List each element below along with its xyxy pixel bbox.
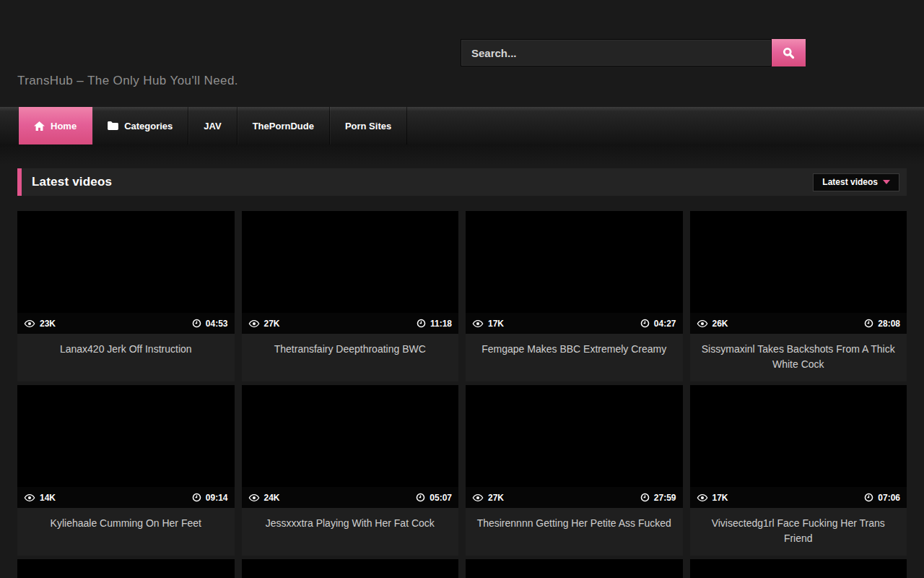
section-header: Latest videos Latest videos — [17, 168, 907, 196]
duration: 11:18 — [430, 319, 452, 329]
clock-icon — [864, 493, 873, 502]
video-meta-bar: 17K 07:06 — [690, 487, 907, 508]
views-group: 17K — [697, 493, 728, 503]
eye-icon — [24, 319, 35, 328]
video-thumbnail[interactable] — [17, 559, 235, 578]
video-thumbnail[interactable]: 23K 04:53 — [17, 211, 235, 334]
site-header: TransHub – The Only Hub You'll Need. — [0, 0, 924, 107]
section-title: Latest videos — [32, 175, 112, 189]
video-title[interactable]: Femgape Makes BBC Extremely Creamy — [466, 334, 683, 381]
view-count: 26K — [712, 319, 728, 329]
video-thumbnail[interactable]: 14K 09:14 — [17, 385, 235, 508]
next-row-thumbnails — [17, 559, 907, 578]
view-count: 14K — [40, 493, 56, 503]
video-title[interactable]: Sissymaxinl Takes Backshots From A Thick… — [690, 334, 907, 381]
duration-group: 07:06 — [864, 493, 900, 503]
views-group: 14K — [24, 493, 56, 503]
video-meta-bar: 17K 04:27 — [466, 313, 683, 334]
video-title[interactable]: Kyliehaale Cumming On Her Feet — [17, 508, 235, 556]
home-icon — [34, 121, 45, 131]
clock-icon — [192, 493, 201, 502]
video-card[interactable]: 17K 07:06 Vivisectedg1rl Face Fucking He… — [690, 385, 907, 556]
duration-group: 27:59 — [640, 493, 676, 503]
eye-icon — [472, 493, 484, 502]
video-thumbnail[interactable]: 17K 07:06 — [690, 385, 907, 508]
eye-icon — [248, 493, 260, 502]
video-title[interactable]: Jessxxxtra Playing With Her Fat Cock — [242, 508, 459, 556]
video-meta-bar: 24K 05:07 — [242, 487, 459, 508]
video-title[interactable]: Thesirennnn Getting Her Petite Ass Fucke… — [466, 508, 683, 556]
chevron-down-icon — [883, 180, 890, 184]
view-count: 23K — [40, 319, 56, 329]
video-thumbnail[interactable]: 24K 05:07 — [242, 385, 459, 508]
video-meta-bar: 27K 27:59 — [466, 487, 683, 508]
video-grid: 23K 04:53 Lanax420 Jerk Off Instruction — [17, 211, 907, 556]
duration-group: 04:27 — [640, 319, 676, 329]
view-count: 27K — [264, 319, 280, 329]
folder-icon — [108, 121, 118, 130]
video-card[interactable]: 17K 04:27 Femgape Makes BBC Extremely Cr… — [466, 211, 683, 381]
search-button[interactable] — [772, 39, 806, 66]
search-bar — [461, 39, 806, 66]
nav-item-label: JAV — [204, 121, 221, 131]
site-tagline: TransHub – The Only Hub You'll Need. — [17, 74, 238, 88]
duration: 07:06 — [878, 493, 900, 503]
search-input[interactable] — [461, 39, 772, 66]
nav-item-home[interactable]: Home — [19, 107, 92, 144]
clock-icon — [640, 493, 650, 502]
video-thumbnail[interactable]: 26K 28:08 — [690, 211, 907, 334]
duration: 04:27 — [654, 319, 676, 329]
nav-item-categories[interactable]: Categories — [92, 107, 188, 144]
sort-dropdown-label: Latest videos — [822, 177, 878, 187]
clock-icon — [192, 319, 201, 328]
nav-item-label: Porn Sites — [345, 121, 391, 131]
views-group: 27K — [248, 319, 280, 329]
eye-icon — [24, 493, 35, 502]
main-content: Latest videos Latest videos 23K — [0, 168, 924, 578]
sort-dropdown[interactable]: Latest videos — [813, 173, 899, 191]
view-count: 27K — [488, 493, 504, 503]
video-card[interactable]: 27K 27:59 Thesirennnn Getting Her Petite… — [466, 385, 683, 556]
video-title[interactable]: Thetransfairy Deepthroating BWC — [242, 334, 459, 381]
video-card[interactable]: 24K 05:07 Jessxxxtra Playing With Her Fa… — [242, 385, 459, 556]
duration: 05:07 — [430, 493, 452, 503]
video-card[interactable]: 27K 11:18 Thetransfairy Deepthroating BW… — [242, 211, 459, 381]
video-card[interactable]: 26K 28:08 Sissymaxinl Takes Backshots Fr… — [690, 211, 907, 381]
duration-group: 11:18 — [417, 319, 452, 329]
clock-icon — [864, 319, 873, 328]
duration: 04:53 — [206, 319, 228, 329]
video-thumbnail[interactable]: 17K 04:27 — [466, 211, 683, 334]
duration: 09:14 — [206, 493, 228, 503]
duration-group: 04:53 — [192, 319, 228, 329]
view-count: 24K — [264, 493, 280, 503]
eye-icon — [697, 493, 708, 502]
magnifier-icon — [783, 47, 795, 59]
nav-item-jav[interactable]: JAV — [188, 107, 237, 144]
video-meta-bar: 26K 28:08 — [690, 313, 907, 334]
eye-icon — [472, 319, 484, 328]
video-card[interactable]: 23K 04:53 Lanax420 Jerk Off Instruction — [17, 211, 235, 381]
video-thumbnail[interactable] — [242, 559, 459, 578]
clock-icon — [640, 319, 650, 328]
nav-shadow — [0, 144, 924, 165]
views-group: 27K — [472, 493, 504, 503]
video-thumbnail[interactable] — [690, 559, 907, 578]
clock-icon — [416, 493, 425, 502]
video-thumbnail[interactable]: 27K 27:59 — [466, 385, 683, 508]
video-thumbnail[interactable]: 27K 11:18 — [242, 211, 459, 334]
nav-item-label: ThePornDude — [253, 121, 314, 131]
nav-item-label: Home — [51, 121, 77, 131]
video-card[interactable]: 14K 09:14 Kyliehaale Cumming On Her Feet — [17, 385, 235, 556]
video-title[interactable]: Lanax420 Jerk Off Instruction — [17, 334, 235, 381]
video-title[interactable]: Vivisectedg1rl Face Fucking Her Trans Fr… — [690, 508, 907, 556]
clock-icon — [417, 319, 426, 328]
nav-item-label: Categories — [124, 121, 173, 131]
duration-group: 28:08 — [864, 319, 900, 329]
nav-item-theporndude[interactable]: ThePornDude — [237, 107, 330, 144]
duration: 27:59 — [654, 493, 676, 503]
duration-group: 09:14 — [192, 493, 228, 503]
view-count: 17K — [712, 493, 728, 503]
views-group: 17K — [472, 319, 504, 329]
video-thumbnail[interactable] — [466, 559, 683, 578]
nav-item-porn-sites[interactable]: Porn Sites — [330, 107, 407, 144]
